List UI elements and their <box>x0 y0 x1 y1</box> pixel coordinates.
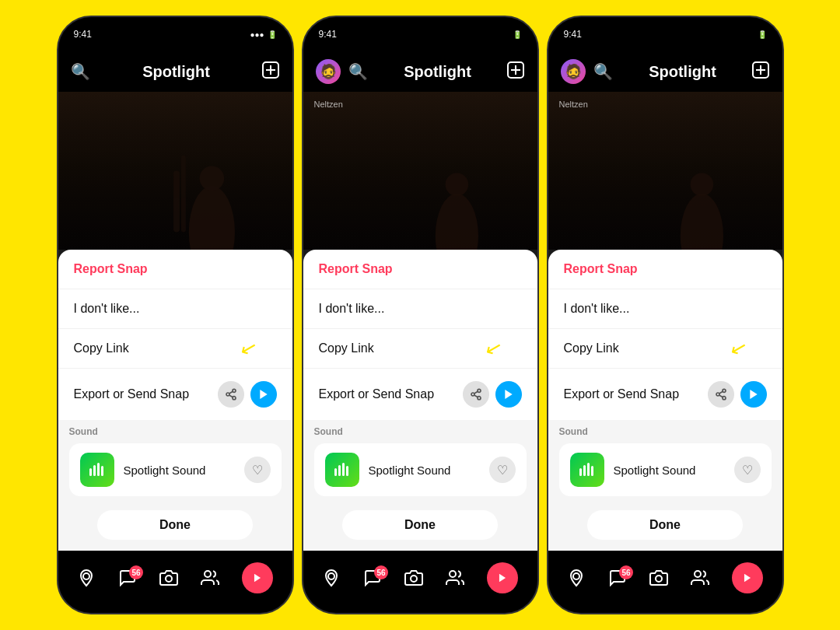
svg-line-29 <box>474 395 478 397</box>
sound-title-right: Spotlight Sound <box>614 464 725 477</box>
export-snap-right[interactable]: Export or Send Snap <box>548 369 782 420</box>
send-btn-right[interactable] <box>740 381 767 408</box>
nav-spotlight-center[interactable] <box>487 562 518 593</box>
report-snap-center[interactable]: Report Snap <box>303 250 537 289</box>
export-label-left: Export or Send Snap <box>74 387 190 401</box>
nav-map-center[interactable] <box>322 569 341 587</box>
nav-bar-right: 🧔 🔍 Spotlight <box>548 51 782 92</box>
svg-marker-20 <box>254 574 261 583</box>
search-icon-right[interactable]: 🔍 <box>593 62 613 81</box>
time-left: 9:41 <box>74 29 92 40</box>
time-center: 9:41 <box>319 29 337 40</box>
nav-friends-right[interactable] <box>691 569 709 587</box>
arrow-indicator-right: ↙ <box>727 334 750 362</box>
heart-btn-center[interactable]: ♡ <box>489 457 516 483</box>
report-snap-left[interactable]: Report Snap <box>58 250 292 289</box>
nav-friends-center[interactable] <box>446 569 464 587</box>
svg-marker-58 <box>744 574 751 583</box>
nav-bar-center: 🧔 🔍 Spotlight <box>303 51 537 92</box>
done-btn-right[interactable]: Done <box>587 510 743 540</box>
svg-point-28 <box>478 397 481 400</box>
send-btn-center[interactable] <box>495 381 522 408</box>
add-icon-center[interactable] <box>507 61 524 82</box>
svg-rect-34 <box>342 463 345 476</box>
svg-point-24 <box>435 194 478 250</box>
copy-link-center[interactable]: Copy Link ↙ <box>303 329 537 369</box>
add-icon-left[interactable] <box>262 61 279 82</box>
dont-like-label-center: I don't like... <box>319 302 385 316</box>
sound-label-right: Sound <box>559 426 772 437</box>
battery-center: 🔋 <box>513 30 522 39</box>
bottom-sheet-left: Report Snap I don't like... Copy Link ↙ … <box>58 250 292 420</box>
report-snap-right[interactable]: Report Snap <box>548 250 782 289</box>
sound-card-left: Spotlight Sound ♡ <box>69 443 282 496</box>
time-right: 9:41 <box>564 29 582 40</box>
share-btn-left[interactable] <box>218 381 244 408</box>
svg-point-18 <box>166 576 172 582</box>
nav-camera-right[interactable] <box>649 569 668 587</box>
svg-point-56 <box>656 576 662 582</box>
search-icon-left[interactable]: 🔍 <box>71 62 90 81</box>
export-snap-left[interactable]: Export or Send Snap <box>58 369 292 420</box>
svg-marker-39 <box>499 574 506 583</box>
phone-left: 9:41 ●●● 🔋 🔍 Spotlight <box>57 16 294 614</box>
report-label-left: Report Snap <box>74 262 148 276</box>
nav-chat-right[interactable]: 56 <box>608 569 627 587</box>
export-label-center: Export or Send Snap <box>319 387 435 401</box>
nav-spotlight-right[interactable] <box>732 562 763 593</box>
svg-point-7 <box>233 389 236 392</box>
svg-rect-35 <box>346 466 348 476</box>
svg-rect-16 <box>101 466 103 476</box>
avatar-center[interactable]: 🧔 <box>316 59 341 84</box>
send-btn-left[interactable] <box>250 381 277 408</box>
svg-point-26 <box>478 389 481 392</box>
nav-map-left[interactable] <box>77 569 96 587</box>
copy-link-label-left: Copy Link <box>74 341 129 355</box>
export-icons-left <box>218 381 277 408</box>
nav-chat-left[interactable]: 56 <box>118 569 137 587</box>
share-btn-right[interactable] <box>708 381 734 408</box>
nav-spotlight-left[interactable] <box>242 562 273 593</box>
export-snap-center[interactable]: Export or Send Snap <box>303 369 537 420</box>
copy-link-right[interactable]: Copy Link ↙ <box>548 329 782 369</box>
arrow-indicator-left: ↙ <box>237 334 260 362</box>
svg-point-19 <box>205 571 211 577</box>
sound-icon-center <box>325 453 359 487</box>
heart-btn-left[interactable]: ♡ <box>244 457 271 483</box>
status-bar-center: 9:41 🔋 <box>303 17 537 51</box>
dont-like-right[interactable]: I don't like... <box>548 289 782 329</box>
export-icons-center <box>463 381 522 408</box>
add-icon-right[interactable] <box>752 61 769 82</box>
nav-chat-center[interactable]: 56 <box>363 569 382 587</box>
done-btn-center[interactable]: Done <box>342 510 498 540</box>
done-btn-left[interactable]: Done <box>97 510 253 540</box>
chat-badge-left: 56 <box>129 565 143 579</box>
status-bar-left: 9:41 ●●● 🔋 <box>58 17 292 51</box>
nav-camera-center[interactable] <box>404 569 423 587</box>
phone-center: 9:41 🔋 🧔 🔍 Spotlight <box>302 16 539 614</box>
nav-map-right[interactable] <box>567 569 586 587</box>
sound-card-right: Spotlight Sound ♡ <box>559 443 772 496</box>
svg-rect-13 <box>89 468 92 476</box>
heart-btn-right[interactable]: ♡ <box>734 457 761 483</box>
svg-point-8 <box>226 393 229 396</box>
sound-section-center: Sound Spotlight Sound ♡ <box>303 420 537 502</box>
copy-link-left[interactable]: Copy Link ↙ <box>58 329 292 369</box>
sound-section-left: Sound Spotlight Sound ♡ <box>58 420 292 502</box>
dont-like-center[interactable]: I don't like... <box>303 289 537 329</box>
svg-point-57 <box>695 571 701 577</box>
svg-point-25 <box>445 173 468 196</box>
avatar-right[interactable]: 🧔 <box>561 59 586 84</box>
status-bar-right: 9:41 🔋 <box>548 17 782 51</box>
done-area-center: Done <box>303 502 537 551</box>
dont-like-left[interactable]: I don't like... <box>58 289 292 329</box>
share-btn-center[interactable] <box>463 381 489 408</box>
nav-friends-left[interactable] <box>201 569 219 587</box>
export-icons-right <box>708 381 767 408</box>
svg-line-49 <box>719 391 723 394</box>
nav-camera-left[interactable] <box>159 569 178 587</box>
svg-rect-6 <box>180 156 185 233</box>
svg-line-10 <box>229 395 233 397</box>
svg-rect-52 <box>583 465 586 476</box>
search-icon-center[interactable]: 🔍 <box>348 62 368 81</box>
